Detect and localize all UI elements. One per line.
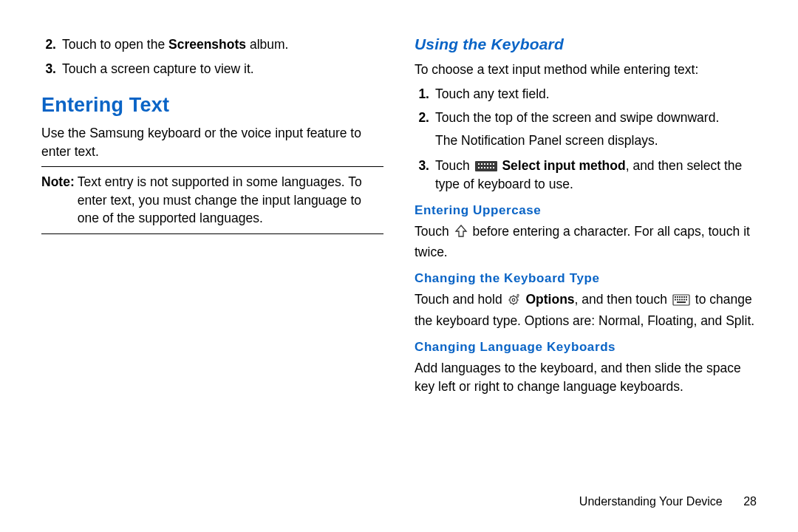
svg-rect-24 bbox=[686, 299, 687, 301]
text: Touch a screen capture to view it. bbox=[62, 61, 254, 76]
gear-icon bbox=[508, 293, 521, 311]
text: Touch to open the bbox=[62, 37, 168, 52]
text: Touch the top of the screen and swipe do… bbox=[435, 109, 757, 127]
list-body: Touch to open the Screenshots album. bbox=[62, 35, 383, 54]
list-item: 1. Touch any text field. bbox=[415, 85, 757, 103]
bold-text: Options bbox=[525, 292, 574, 307]
right-column: Using the Keyboard To choose a text inpu… bbox=[415, 35, 757, 401]
list-item: 2. Touch to open the Screenshots album. bbox=[41, 35, 383, 54]
text: Touch bbox=[415, 224, 453, 239]
footer-page-number: 28 bbox=[743, 495, 757, 508]
page-root: 2. Touch to open the Screenshots album. … bbox=[0, 0, 798, 446]
svg-point-1 bbox=[512, 299, 515, 301]
svg-line-8 bbox=[510, 302, 511, 303]
footer-chapter: Understanding Your Device bbox=[579, 495, 723, 508]
text: The Notification Panel screen displays. bbox=[435, 132, 757, 150]
list-body: Touch any text field. bbox=[435, 85, 757, 103]
text: , and then touch bbox=[575, 292, 671, 307]
heading-changing-language-keyboards: Changing Language Keyboards bbox=[415, 340, 757, 355]
svg-rect-17 bbox=[683, 296, 685, 298]
svg-rect-20 bbox=[677, 299, 678, 301]
bold-text: Screenshots bbox=[168, 37, 246, 52]
svg-rect-22 bbox=[681, 299, 683, 301]
list-item: 3. Touch a screen capture to view it. bbox=[41, 60, 383, 78]
svg-line-6 bbox=[510, 297, 511, 298]
svg-point-10 bbox=[516, 294, 518, 296]
note-body: Text entry is not supported in some lang… bbox=[78, 173, 383, 228]
list-number: 2. bbox=[415, 109, 435, 149]
note-label: Note: bbox=[41, 173, 78, 228]
heading-changing-keyboard-type: Changing the Keyboard Type bbox=[415, 271, 757, 286]
note-block: Note: Text entry is not supported in som… bbox=[41, 173, 383, 228]
intro-paragraph: To choose a text input method while ente… bbox=[415, 61, 757, 79]
list-number: 3. bbox=[415, 157, 435, 193]
svg-rect-13 bbox=[675, 296, 676, 298]
text: Touch bbox=[435, 158, 474, 173]
keyboard-icon bbox=[475, 161, 497, 171]
divider bbox=[41, 166, 383, 167]
list-body: Touch Select input method, and then sele… bbox=[435, 157, 757, 193]
paragraph: Touch before entering a character. For a… bbox=[415, 222, 757, 261]
svg-rect-15 bbox=[679, 296, 681, 298]
heading-using-keyboard: Using the Keyboard bbox=[415, 35, 757, 53]
svg-rect-16 bbox=[681, 296, 683, 298]
list-item: 2. Touch the top of the screen and swipe… bbox=[415, 109, 757, 149]
list-body: Touch the top of the screen and swipe do… bbox=[435, 109, 757, 149]
svg-rect-21 bbox=[679, 299, 681, 301]
svg-rect-18 bbox=[686, 296, 687, 298]
heading-entering-text: Entering Text bbox=[41, 94, 383, 117]
list-number: 1. bbox=[415, 85, 435, 103]
bold-text: Select input method bbox=[502, 158, 625, 173]
text: album. bbox=[246, 37, 288, 52]
text: Touch and hold bbox=[415, 292, 506, 307]
svg-rect-14 bbox=[677, 296, 678, 298]
heading-entering-uppercase: Entering Uppercase bbox=[415, 203, 757, 218]
paragraph: Add languages to the keyboard, and then … bbox=[415, 359, 757, 395]
list-number: 3. bbox=[41, 60, 62, 78]
list-number: 2. bbox=[41, 35, 62, 54]
list-item: 3. Touch Select input method, and then s… bbox=[415, 157, 757, 193]
svg-rect-19 bbox=[675, 299, 676, 301]
page-footer: Understanding Your Device 28 bbox=[579, 495, 757, 508]
svg-rect-25 bbox=[677, 301, 686, 303]
intro-paragraph: Use the Samsung keyboard or the voice in… bbox=[41, 124, 383, 160]
svg-rect-23 bbox=[683, 299, 685, 301]
svg-line-9 bbox=[516, 297, 516, 298]
keyboard-outline-icon bbox=[672, 293, 690, 312]
svg-line-7 bbox=[516, 302, 516, 303]
left-column: 2. Touch to open the Screenshots album. … bbox=[41, 35, 383, 401]
divider bbox=[41, 233, 383, 234]
list-body: Touch a screen capture to view it. bbox=[62, 60, 383, 78]
paragraph: Touch and hold Options, and then touch t… bbox=[415, 290, 757, 330]
shift-icon bbox=[454, 225, 468, 243]
